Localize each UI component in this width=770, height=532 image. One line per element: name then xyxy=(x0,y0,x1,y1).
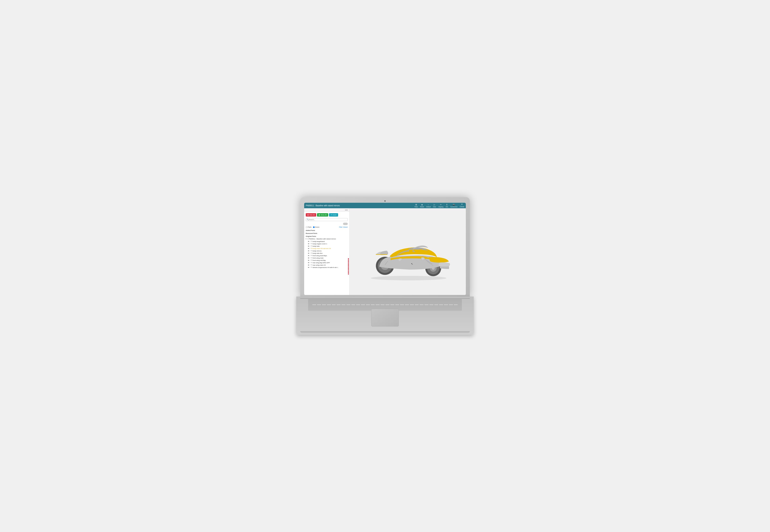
laptop-camera xyxy=(384,200,386,202)
list-item[interactable]: ▶ ✓ ⚙ wheels-suspensions-V4-with-fr-wh-i… xyxy=(305,266,348,269)
key[interactable] xyxy=(380,304,385,306)
item-arrow-icon: ▶ xyxy=(308,257,309,259)
list-item[interactable]: ▶ ✓ ⚙ body-halo xyxy=(305,245,348,247)
key[interactable] xyxy=(341,304,346,306)
nav-view-label: View xyxy=(433,206,436,207)
info-icon: ℹ xyxy=(447,204,447,206)
nav-parts[interactable]: ⊞ Parts xyxy=(415,204,418,207)
scrollbar-dot xyxy=(348,262,349,263)
nav-default[interactable]: ← Default xyxy=(426,204,431,207)
key[interactable] xyxy=(356,304,360,306)
list-item[interactable]: ▶ ✓ ⚙ body-side-fins xyxy=(305,252,348,254)
toggle-switch[interactable] xyxy=(343,223,348,225)
list-item[interactable]: ▶ ✓ ⚙ body-bargeboard xyxy=(305,240,348,243)
item-arrow-icon: ▶ xyxy=(308,252,309,254)
keyboard-keys xyxy=(312,304,458,306)
key[interactable] xyxy=(361,304,365,306)
svg-text:↖: ↖ xyxy=(411,262,413,265)
key[interactable] xyxy=(370,304,375,306)
nav-info[interactable]: ℹ Info xyxy=(446,204,448,207)
nav-close[interactable]: ✕ Close xyxy=(460,203,464,208)
list-item[interactable]: ▶ ✓ ⚙ front-wing-mid-flap xyxy=(305,259,348,261)
laptop-wrapper: PN00011 : Baseline with raised mirrors ⊞… xyxy=(296,197,474,335)
item-check-icon: ✓ xyxy=(309,262,311,263)
item-arrow-icon: ▶ xyxy=(308,264,309,266)
key[interactable] xyxy=(375,304,380,306)
search-input[interactable] xyxy=(309,219,347,220)
eye-slash-icon: ◉ xyxy=(307,214,309,216)
key[interactable] xyxy=(331,304,336,306)
key[interactable] xyxy=(346,304,351,306)
filter-row: Parts Zones Filter Viewer xyxy=(304,225,349,229)
list-item[interactable]: ▶ ✓ ⚙ rear-wing-flap-DRS-OFF xyxy=(305,261,348,264)
tree-root[interactable]: ▼ ⚙ PN00011 : Baseline with raised mirro… xyxy=(305,238,348,240)
list-item[interactable]: ▶ ✓ ⚙ body-mirrors xyxy=(305,250,348,252)
key[interactable] xyxy=(322,304,326,306)
nav-screenshot[interactable]: 📷 Screenshot xyxy=(451,204,457,207)
key[interactable] xyxy=(429,304,434,306)
item-arrow-icon: ▶ xyxy=(308,241,309,242)
item-check-icon: ✓ xyxy=(309,252,311,254)
laptop-screen-body: PN00011 : Baseline with raised mirrors ⊞… xyxy=(300,197,470,297)
key[interactable] xyxy=(385,304,390,306)
zones-label: Zones xyxy=(315,226,319,228)
item-gear-icon: ⚙ xyxy=(311,252,312,254)
app-titlebar: PN00011 : Baseline with raised mirrors ⊞… xyxy=(304,203,466,208)
key[interactable] xyxy=(424,304,429,306)
app-body: ◉ Hide All ◉ Show All ↺ Invert xyxy=(304,208,466,295)
key[interactable] xyxy=(400,304,404,306)
svg-rect-13 xyxy=(409,250,413,252)
list-item[interactable]: ▶ ✓ ⚙ front-wing-dual-flaps xyxy=(305,254,348,257)
svg-rect-14 xyxy=(420,249,423,251)
nav-info-label: Info xyxy=(446,206,448,207)
key[interactable] xyxy=(405,304,409,306)
root-gear-icon: ⚙ xyxy=(307,238,308,240)
list-item[interactable]: ▶ ✓ ⚙ rear-wing-main-V3 xyxy=(305,264,348,266)
parts-tree: ▼ ⚙ PN00011 : Baseline with raised mirro… xyxy=(304,238,349,269)
item-gear-icon: ⚙ xyxy=(311,257,312,259)
key[interactable] xyxy=(444,304,448,306)
item-check-icon: ✓ xyxy=(309,264,311,266)
scrollbar-dot xyxy=(348,271,349,272)
key[interactable] xyxy=(312,304,316,306)
parts-radio[interactable]: Parts xyxy=(306,226,311,228)
key[interactable] xyxy=(317,304,321,306)
item-gear-icon: ⚙ xyxy=(311,248,312,249)
parts-tree-wrapper: ▼ ⚙ PN00011 : Baseline with raised mirro… xyxy=(304,238,349,295)
invert-button[interactable]: ↺ Invert xyxy=(329,213,338,217)
key[interactable] xyxy=(390,304,395,306)
show-all-button[interactable]: ◉ Show All xyxy=(317,213,328,217)
list-item[interactable]: ▶ ✓ ⚙ front-wing-main xyxy=(305,257,348,259)
key[interactable] xyxy=(454,304,458,306)
key[interactable] xyxy=(366,304,370,306)
nav-view[interactable]: ▷ View xyxy=(433,204,436,207)
nav-model[interactable]: ◈ Model xyxy=(420,204,424,207)
hide-all-button[interactable]: ◉ Hide All xyxy=(306,213,316,217)
original-parts-section: Original Parts xyxy=(304,235,349,238)
list-item-highlighted[interactable]: ▶ ✓ ⚙ body-main-V6-rad-trim-V4 xyxy=(305,247,348,250)
key[interactable] xyxy=(327,304,331,306)
search-wrap: 🔍 xyxy=(306,218,348,221)
item-check-icon: ✓ xyxy=(309,243,311,245)
3d-viewport[interactable]: ↖ xyxy=(349,208,466,295)
key[interactable] xyxy=(410,304,414,306)
app-title: PN00011 : Baseline with raised mirrors xyxy=(306,205,340,207)
item-gear-icon: ⚙ xyxy=(311,262,312,263)
item-gear-icon: ⚙ xyxy=(311,243,312,245)
key[interactable] xyxy=(336,304,341,306)
filter-viewer-link[interactable]: Filter Viewer xyxy=(339,226,348,228)
nav-clipping[interactable]: ✂ Clipping xyxy=(439,204,443,207)
key[interactable] xyxy=(449,304,453,306)
list-item[interactable]: ▶ ✓ ⚙ body-engine-cover-1 xyxy=(305,243,348,245)
key[interactable] xyxy=(439,304,443,306)
zones-radio[interactable]: Zones xyxy=(313,226,319,228)
key[interactable] xyxy=(395,304,400,306)
key[interactable] xyxy=(415,304,419,306)
trackpad[interactable] xyxy=(371,309,399,326)
key[interactable] xyxy=(351,304,355,306)
minimize-button[interactable] xyxy=(345,210,348,210)
search-icon: 🔍 xyxy=(307,219,309,220)
scrollbar-dot xyxy=(348,261,349,262)
key[interactable] xyxy=(419,304,424,306)
key[interactable] xyxy=(434,304,439,306)
